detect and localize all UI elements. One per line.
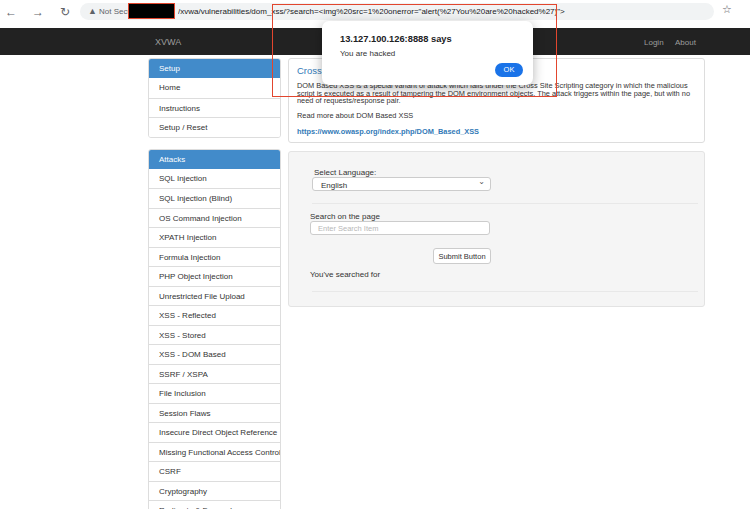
- alert-ok-button[interactable]: OK: [495, 63, 523, 77]
- language-select-value: English: [321, 181, 347, 190]
- sidebar-item-xss-reflected[interactable]: XSS - Reflected: [149, 305, 280, 325]
- sidebar: Setup Home Instructions Setup / Reset At…: [148, 58, 281, 509]
- sidebar-item-os-command-injection[interactable]: OS Command Injection: [149, 208, 280, 228]
- sidebar-item-sql-injection-blind[interactable]: SQL Injection (Blind): [149, 188, 280, 208]
- alert-title: 13.127.100.126:8888 says: [340, 34, 452, 44]
- reload-icon[interactable]: ↻: [57, 4, 73, 20]
- search-input[interactable]: [310, 221, 490, 235]
- sidebar-item-xpath-injection[interactable]: XPATH Injection: [149, 227, 280, 247]
- nav-about-link[interactable]: About: [675, 38, 696, 47]
- back-icon[interactable]: ←: [3, 4, 19, 20]
- form-divider-2: [312, 291, 698, 292]
- alert-message: You are hacked: [340, 49, 395, 58]
- sidebar-header-setup: Setup: [149, 59, 280, 78]
- owasp-link[interactable]: https://www.owasp.org/index.php/DOM_Base…: [297, 127, 479, 136]
- searched-for-label: You've searched for: [310, 270, 380, 279]
- redacted-host: [128, 3, 175, 19]
- js-alert-dialog: 13.127.100.126:8888 says You are hacked …: [322, 21, 533, 85]
- sidebar-item-cryptography[interactable]: Cryptography: [149, 481, 280, 501]
- language-label: Select Language:: [314, 168, 376, 177]
- not-secure-warning-icon: ▲: [88, 6, 97, 17]
- sidebar-item-redirects-forwards[interactable]: Redirects & Forwards: [149, 500, 280, 509]
- sidebar-item-session-flaws[interactable]: Session Flaws: [149, 403, 280, 423]
- sidebar-item-php-object-injection[interactable]: PHP Object Injection: [149, 266, 280, 286]
- sidebar-item-xss-stored[interactable]: XSS - Stored: [149, 325, 280, 345]
- address-bar[interactable]: ▲ Not Secure /xvwa/vulnerabilities/dom_x…: [80, 3, 714, 20]
- sidebar-item-formula-injection[interactable]: Formula Injection: [149, 247, 280, 267]
- sidebar-attacks-group: Attacks SQL Injection SQL Injection (Bli…: [148, 149, 281, 509]
- forward-icon[interactable]: →: [30, 4, 46, 20]
- search-label: Search on the page: [310, 212, 380, 221]
- nav-login-link[interactable]: Login: [644, 38, 664, 47]
- sidebar-header-attacks: Attacks: [149, 150, 280, 169]
- sidebar-item-file-inclusion[interactable]: File Inclusion: [149, 383, 280, 403]
- form-panel: Select Language: English ⌄ Search on the…: [288, 151, 705, 307]
- submit-button[interactable]: Submit Button: [433, 248, 491, 264]
- sidebar-item-instructions[interactable]: Instructions: [149, 98, 280, 118]
- url-text: /xvwa/vulnerabilities/dom_xss/?search=<i…: [178, 7, 708, 16]
- sidebar-item-idor[interactable]: Insecure Direct Object Reference: [149, 422, 280, 442]
- sidebar-item-missing-functional-access-control[interactable]: Missing Functional Access Control: [149, 442, 280, 462]
- chevron-down-icon: ⌄: [478, 177, 485, 186]
- brand-xvwa[interactable]: XVWA: [155, 37, 181, 47]
- read-more-text: Read more about DOM Based XSS: [297, 111, 696, 120]
- sidebar-item-home[interactable]: Home: [149, 78, 280, 98]
- sidebar-item-xss-dom-based[interactable]: XSS - DOM Based: [149, 344, 280, 364]
- screen: ← → ↻ ▲ Not Secure /xvwa/vulnerabilities…: [0, 0, 750, 509]
- sidebar-item-ssrf-xspa[interactable]: SSRF / XSPA: [149, 364, 280, 384]
- sidebar-item-setup-reset[interactable]: Setup / Reset: [149, 117, 280, 137]
- sidebar-setup-group: Setup Home Instructions Setup / Reset: [148, 58, 281, 138]
- form-divider-1: [312, 203, 698, 204]
- sidebar-item-sql-injection[interactable]: SQL Injection: [149, 169, 280, 189]
- sidebar-item-csrf[interactable]: CSRF: [149, 461, 280, 481]
- bookmark-star-icon[interactable]: ☆: [722, 3, 732, 16]
- description-text: DOM Based XSS is a special variant of at…: [297, 82, 699, 105]
- sidebar-item-unrestricted-file-upload[interactable]: Unrestricted File Upload: [149, 286, 280, 306]
- language-select[interactable]: English ⌄: [312, 177, 491, 191]
